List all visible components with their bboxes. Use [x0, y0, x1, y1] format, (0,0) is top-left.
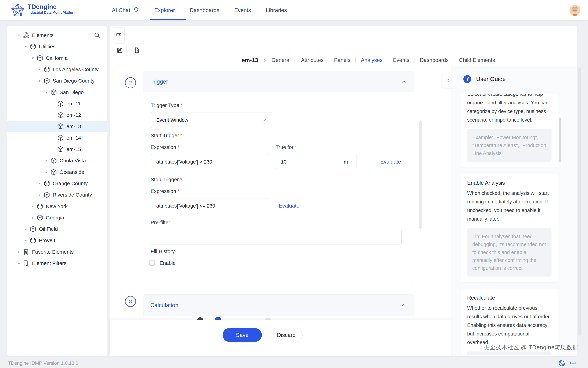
guide-card-categories: Select or create categories to help orga… [461, 94, 558, 167]
caret-right-icon[interactable]: ▸ [22, 238, 29, 242]
trigger-type-select[interactable]: Event Window [151, 112, 272, 128]
form-scrollbar[interactable] [419, 120, 422, 229]
caret-right-icon[interactable]: ▸ [16, 250, 22, 254]
tab-dashboards[interactable]: Dashboards [420, 57, 449, 63]
tree-item-element-filters[interactable]: ▸ Element Filters [7, 258, 107, 269]
tree-item-label: Orange County [53, 181, 88, 186]
tree-item-utilities[interactable]: ▾ Utilities [7, 41, 107, 52]
cube-icon [57, 146, 64, 153]
tree-item-los-angeles-county[interactable]: ▸ Los Angeles County [7, 64, 107, 75]
cube-icon [30, 43, 37, 50]
tree-search-button[interactable] [94, 32, 101, 39]
tree-item-california[interactable]: ▾ California [7, 52, 107, 64]
step-rail [130, 89, 130, 294]
nav-item-explorer[interactable]: Explorer [154, 7, 175, 13]
tree-item-label: em-13 [66, 123, 81, 129]
collapse-guide-button[interactable] [442, 73, 455, 88]
nav-item-ai-chat[interactable]: AI Chat [112, 7, 140, 14]
evaluate-start-link[interactable]: Evaluate [380, 159, 401, 165]
chevron-up-icon[interactable] [401, 303, 406, 308]
caret-right-icon[interactable]: ▸ [29, 204, 36, 208]
trigger-section: Trigger Trigger Type* Event Window Start… [143, 71, 414, 287]
evaluate-stop-link[interactable]: Evaluate [279, 203, 300, 209]
caret-right-icon[interactable]: ▸ [16, 261, 22, 265]
caret-down-icon[interactable]: ▾ [29, 56, 36, 60]
tree-item-san-diego-county[interactable]: ▾ San Diego County [7, 75, 107, 86]
caret-right-icon[interactable]: ▸ [43, 158, 50, 163]
discard-button[interactable]: Discard [270, 328, 303, 342]
calculation-section-header[interactable]: Calculation [143, 294, 414, 316]
caret-right-icon[interactable]: ▸ [36, 193, 43, 197]
nav-item-dashboards[interactable]: Dashboards [190, 7, 219, 13]
dark-mode-toggle[interactable] [558, 359, 566, 367]
true-for-unit-select[interactable]: m [340, 154, 356, 169]
tree-item-favorite-elements[interactable]: ▸ Favorite Elements [7, 246, 107, 258]
discard-draft-button[interactable] [130, 44, 144, 57]
tab-separator [296, 57, 296, 63]
tree-item-em-14[interactable]: em-14 [7, 132, 107, 144]
tab-analyses[interactable]: Analyses [361, 57, 382, 63]
tree-item-em-11[interactable]: em-11 [7, 98, 107, 109]
cube-icon [50, 89, 57, 96]
caret-down-icon[interactable]: ▾ [36, 79, 43, 83]
nav-item-libraries[interactable]: Libraries [266, 7, 287, 13]
tab-child-elements[interactable]: Child Elements [459, 57, 495, 63]
tree-item-elements[interactable]: ▾ Elements [7, 30, 107, 41]
caret-down-icon[interactable]: ▾ [16, 33, 22, 37]
caret-down-icon[interactable]: ▾ [22, 45, 29, 49]
tab-general[interactable]: General [271, 57, 290, 63]
stop-expression-input[interactable]: attributes['Voltage'] <= 230 [151, 198, 269, 213]
page-scrollbar[interactable] [578, 67, 581, 336]
tree-item-oil-field[interactable]: ▸ Oil Field [7, 223, 107, 235]
collapse-sidebar-button[interactable] [113, 28, 125, 43]
tree-item-label: Oceanside [60, 169, 84, 175]
start-expression-input[interactable]: attributes['Voltage'] > 230 [151, 154, 269, 169]
tree-item-label: California [46, 55, 68, 61]
tree-item-chula-vista[interactable]: ▸ Chula Vista [7, 155, 107, 166]
chevron-up-icon[interactable] [401, 79, 406, 84]
tab-panels[interactable]: Panels [334, 57, 351, 63]
tdengine-logo-icon [11, 3, 25, 18]
prefilter-input[interactable] [151, 230, 402, 245]
tree-item-em-12[interactable]: em-12 [7, 109, 107, 121]
search-icon [94, 32, 101, 39]
tree-item-orange-county[interactable]: ▸ Orange County [7, 178, 107, 189]
caret-right-icon[interactable]: ▸ [22, 227, 29, 231]
nav-item-events[interactable]: Events [234, 7, 251, 13]
caret-right-icon[interactable]: ▸ [43, 170, 50, 174]
action-footer: Save Discard [110, 320, 451, 356]
tree-item-label: Utilities [39, 44, 56, 49]
tree-item-riverside-county[interactable]: ▸ Riverside County [7, 189, 107, 201]
save-draft-button[interactable] [113, 44, 127, 57]
trigger-section-header[interactable]: Trigger [143, 71, 414, 92]
enable-label: Enable [160, 260, 176, 266]
tree-item-georgia[interactable]: ▸ Georgia [7, 212, 107, 223]
start-expression-label: Expression* [151, 144, 180, 150]
tree-item-em-15[interactable]: em-15 [7, 144, 107, 155]
avatar[interactable] [569, 5, 580, 16]
tree-item-new-york[interactable]: ▸ New York [7, 201, 107, 212]
brand-title: TDengine [28, 3, 76, 10]
breadcrumb-element[interactable]: em-13 [242, 57, 258, 64]
tab-attributes[interactable]: Attributes [301, 57, 324, 63]
tab-events[interactable]: Events [393, 57, 409, 63]
tree-item-em-13[interactable]: em-13 [7, 121, 107, 132]
caret-right-icon[interactable]: ▸ [36, 67, 43, 72]
tree-item-label: Element Filters [32, 260, 66, 266]
cube-icon [30, 226, 37, 232]
calculation-section-title: Calculation [150, 302, 178, 309]
caret-right-icon[interactable]: ▸ [29, 216, 36, 220]
caret-right-icon[interactable]: ▸ [36, 181, 43, 185]
fill-history-checkbox[interactable] [149, 260, 155, 266]
tree-item-label: Elements [32, 32, 54, 38]
caret-down-icon[interactable]: ▾ [43, 90, 50, 94]
active-tab-underline [150, 19, 186, 20]
true-for-input[interactable]: 10 m [275, 154, 357, 169]
guide-divider [463, 91, 566, 91]
tree-item-san-diego[interactable]: ▾ San Diego [7, 87, 107, 98]
tree-item-proveit[interactable]: ▸ ProveIt [7, 235, 107, 246]
language-toggle[interactable]: 中 [570, 359, 576, 368]
guide-scrollbar[interactable] [559, 118, 561, 162]
tree-item-oceanside[interactable]: ▸ Oceanside [7, 166, 107, 178]
save-button[interactable]: Save [223, 328, 262, 342]
